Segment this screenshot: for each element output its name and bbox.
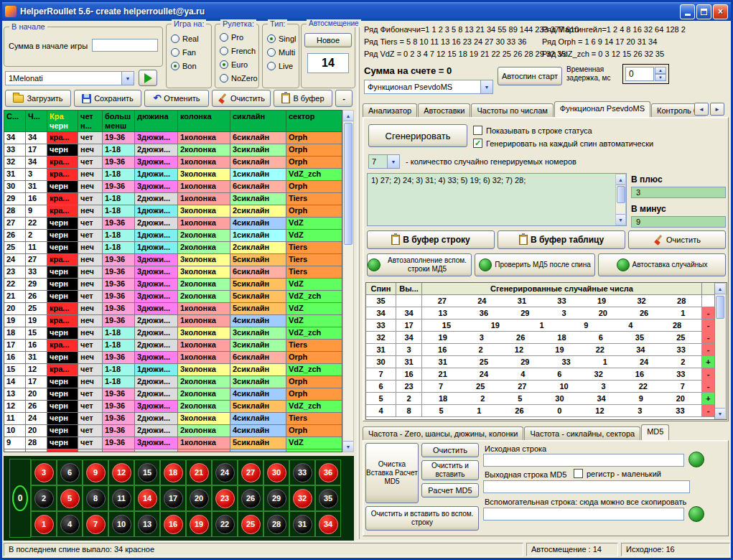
board-cell-1[interactable]: 1 [31,511,57,537]
board-cell-23[interactable]: 23 [212,485,238,511]
board-cell-5[interactable]: 5 [57,485,83,511]
preset-combobox[interactable]: 1Melonati ▼ [5,71,134,85]
autobet-button[interactable]: Автоставка случайных [598,253,726,276]
buffer-table-button[interactable]: В буфер таблицу [498,230,625,249]
radio-nozero[interactable]: NoZero [215,71,258,85]
radio-multi[interactable]: Multi [263,45,299,59]
tab-анализатор[interactable]: Анализатор [363,103,417,117]
board-cell-18[interactable]: 18 [160,459,186,485]
tab-scroll-left-button[interactable]: ◄ [694,103,709,116]
source-string-input[interactable] [483,454,684,467]
show-status-checkbox-row[interactable]: Показывать в строке статуса [473,126,592,135]
column-header-кра[interactable]: Крачерн [47,111,78,132]
area-scrollbar[interactable]: ▲ ▼ [615,174,626,225]
board-cell-8[interactable]: 8 [83,485,108,511]
spin-row[interactable]: 1020чернчет19-362дюжи...2колонка4сиклайн… [4,425,342,437]
board-cell-31[interactable]: 31 [289,511,315,537]
board-cell-24[interactable]: 24 [212,459,238,485]
clear-insert-helper-button[interactable]: Очистить и вставить во вспом. строку [365,506,479,531]
gen-row[interactable]: 3131621219223433- [366,344,727,356]
spin-row[interactable]: 2333черннеч19-363дюжи...3колонка6сиклайн… [4,266,342,279]
spins-table-scrollbar[interactable]: ▲ ▼ [342,110,354,452]
title-bar[interactable]: HelperRoullet 5.6- create helperroullet@… [2,2,731,21]
board-cell-9[interactable]: 9 [83,459,108,485]
run-preset-button[interactable] [139,70,157,86]
generate-button[interactable]: Сгенерировать [368,124,467,147]
close-button[interactable]: × [713,4,728,19]
gen-row[interactable]: 485126012333- [366,405,727,417]
scroll-thumb[interactable] [344,123,353,245]
spin-row[interactable]: 3317черннеч1-182дюжи...2колонка3сиклайнO… [4,144,342,157]
spin-row[interactable]: 2126чернчет19-363дюжи...2колонка5сиклайн… [4,291,342,303]
column-header-с[interactable]: С... [4,111,26,132]
radio-real[interactable]: Real [167,32,211,45]
scroll-up-button[interactable]: ▲ [343,111,353,121]
spinner-up-icon[interactable]: ▲ [655,67,666,74]
column-header-сектор[interactable]: сектор [286,111,342,132]
radio-live[interactable]: Live [263,59,299,73]
tab-функционал-psevdoms[interactable]: Функционал PsevdoMS [554,101,650,117]
scroll-up-button[interactable]: ▲ [715,284,725,294]
radio-bon[interactable]: Bon [167,59,211,73]
board-cell-20[interactable]: 20 [186,485,212,511]
minimize-button[interactable] [680,4,695,19]
board-cell-7[interactable]: 7 [83,511,108,537]
board-cell-3[interactable]: 3 [31,459,57,485]
spin-row[interactable]: 1631черннеч19-363дюжи...1колонка6сиклайн… [4,352,342,364]
check-md5-button[interactable]: Проверить МД5 после спина [475,253,595,276]
spin-row[interactable]: 3434кра...чет19-363дюжи...1колонка6сикла… [4,132,342,144]
checkbox-icon[interactable] [574,469,583,478]
board-cell-32[interactable]: 32 [289,485,315,511]
scroll-thumb[interactable] [617,186,625,203]
gen-row[interactable]: 62372527103227- [366,381,727,393]
spin-row[interactable]: 1919кра...неч19-362дюжи...1колонка4сикла… [4,315,342,327]
column-header-ч[interactable]: Ч... [26,111,47,132]
tab-частоты-по-числам[interactable]: Частоты по числам [471,103,553,117]
new-shift-button[interactable]: Новое [304,33,352,47]
generated-numbers-area[interactable]: 1) 27; 2) 24; 3) 31; 4) 33; 5) 19; 6) 32… [367,173,627,226]
board-cell-15[interactable]: 15 [134,459,160,485]
chevron-down-icon[interactable]: ▼ [387,155,399,168]
column-header-дюжина[interactable]: дюжина [135,111,178,132]
register-checkbox-row[interactable]: регистр - маленький [574,469,661,478]
to-buffer-button[interactable]: В буфер [274,90,332,107]
board-cell-30[interactable]: 30 [263,459,289,485]
spin-row[interactable]: 1320чернчет19-362дюжи...2колонка4сиклайн… [4,388,342,401]
board-cell-21[interactable]: 21 [186,459,212,485]
board-cell-26[interactable]: 26 [238,485,263,511]
spin-row[interactable]: 1226чернчет19-363дюжи...2колонка5сиклайн… [4,401,342,413]
helper-string-input[interactable] [483,508,684,521]
spin-row[interactable]: 2722чернчет19-362дюжи...1колонка4сиклайн… [4,218,342,230]
clear-button[interactable]: Очистить [212,90,271,107]
md5-clear-paste-button[interactable]: Очистить и вставить [421,460,479,480]
gen-row[interactable]: 716212446321633- [366,368,727,381]
md5-clear-button[interactable]: Очистить [421,443,479,457]
column-header-больш[interactable]: большменш [103,111,135,132]
scroll-thumb[interactable] [716,296,724,319]
spin-row[interactable]: 3234кра...чет19-363дюжи...1колонка6сикла… [4,157,342,169]
column-header-колонка[interactable]: колонка [178,111,230,132]
spin-row[interactable]: 2025кра...неч19-363дюжи...1колонка5сикла… [4,303,342,315]
spin-row[interactable]: 1417черннеч1-182дюжи...2колонка3сиклайнO… [4,376,342,388]
green-globe-icon[interactable] [688,452,704,467]
tab-md5[interactable]: MD5 [641,424,669,440]
board-cell-14[interactable]: 14 [134,485,160,511]
board-cell-19[interactable]: 19 [186,511,212,537]
spin-row[interactable]: 819кра...неч19-362дюжи...1колонка4сиклай… [4,449,342,452]
delay-input[interactable]: 0 [625,67,654,81]
checkbox-icon[interactable] [473,126,482,135]
spin-row[interactable]: 2511черннеч1-181дюжи...2колонка2сиклайнT… [4,242,342,254]
gen-row[interactable]: 3031312529331242+ [366,356,727,368]
spin-row[interactable]: 2916кра...чет1-182дюжи...1колонка3сиклай… [4,193,342,205]
board-cell-16[interactable]: 16 [160,511,186,537]
tab-частота-сиклайны-сектора[interactable]: Частота - сиклайны, сектора [524,426,640,440]
board-cell-36[interactable]: 36 [315,459,341,485]
chevron-down-icon[interactable]: ▼ [121,72,134,85]
spin-row[interactable]: 928чернчет19-363дюжи...1колонка5сиклайнV… [4,437,342,449]
spin-row[interactable]: 289кра...неч1-181дюжи...3колонка2сиклайн… [4,205,342,218]
gen-row[interactable]: 3434133629320261- [366,307,727,319]
radio-pro[interactable]: Pro [215,30,258,44]
scroll-up-button[interactable]: ▲ [616,174,625,185]
board-cell-11[interactable]: 11 [108,485,134,511]
save-button[interactable]: Сохранить [74,90,141,107]
